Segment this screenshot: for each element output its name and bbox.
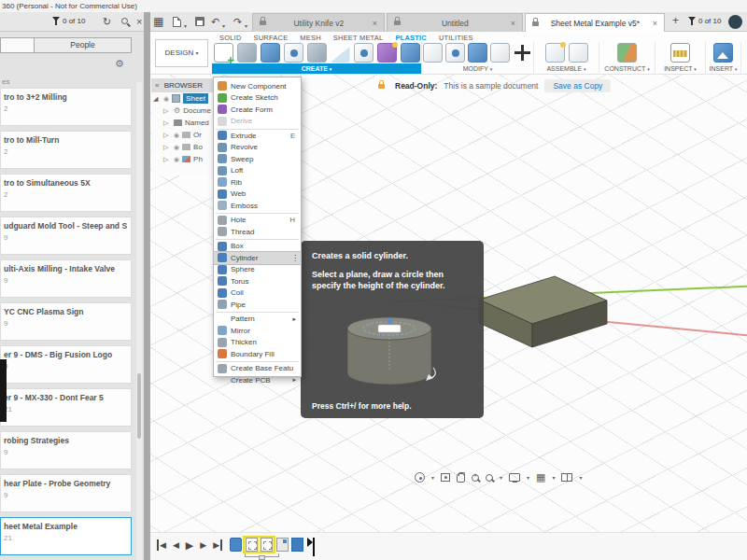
tree-collapsed-icon[interactable]: ▷ [163, 144, 171, 151]
shell-modify-icon[interactable] [445, 43, 465, 63]
menu-item[interactable]: Pipe ▸ ⋮ [214, 299, 301, 311]
tree-collapsed-icon[interactable]: ▷ [163, 132, 171, 139]
file-menu-icon[interactable] [173, 17, 181, 27]
menu-item[interactable]: Hole H ▸ ⋮ [214, 215, 301, 227]
data-tab-stub[interactable] [0, 37, 35, 53]
display-caret-icon[interactable]: ▾ [527, 474, 529, 481]
orbit-caret-icon[interactable]: ▾ [431, 474, 434, 481]
play-icon[interactable]: ▶ [186, 539, 193, 551]
document-tab-utility-knife[interactable]: Utility Knife v2 × [252, 13, 385, 32]
sketch-feature-icon[interactable] [246, 538, 258, 552]
form-icon[interactable] [261, 43, 280, 63]
project-card[interactable]: ulti-Axis Milling - Intake Valve 9 [0, 259, 132, 298]
plastic-part-icon[interactable] [377, 43, 397, 63]
menu-item[interactable]: Cylinder ▸ ⋮ [214, 252, 301, 264]
menu-item[interactable]: Box ▸ ⋮ [214, 241, 301, 253]
people-tab[interactable]: People [34, 37, 132, 53]
display-settings-icon[interactable] [509, 473, 520, 482]
design-workspace-button[interactable]: DESIGN ▾ [155, 39, 208, 67]
insert-image-icon[interactable] [713, 43, 733, 63]
assemble-menu-button[interactable]: ASSEMBLE ▾ [534, 63, 599, 74]
project-card[interactable]: tro to Simultaneous 5X 2 [0, 174, 132, 212]
menu-item[interactable]: Sweep ▸ ⋮ [214, 153, 301, 165]
step-forward-icon[interactable]: ▶ [200, 539, 206, 551]
flange-icon[interactable] [354, 43, 374, 63]
job-status-badge[interactable]: 0 of 10 [52, 17, 85, 25]
menu-item[interactable]: Extrude E ▸ ⋮ [214, 130, 301, 142]
eye-icon[interactable]: ◉ [174, 132, 179, 139]
eye-icon[interactable]: ◉ [174, 156, 179, 163]
redo-icon[interactable]: ↷ [233, 15, 242, 28]
redo-caret-icon[interactable]: ▾ [245, 20, 247, 33]
joint-icon[interactable] [569, 43, 588, 63]
user-avatar[interactable] [728, 15, 742, 29]
shell-icon[interactable] [401, 43, 420, 63]
menu-item[interactable]: Torus ▸ ⋮ [214, 275, 301, 287]
eye-icon[interactable]: ◉ [163, 95, 169, 103]
menu-item[interactable]: Mirror ▸ ⋮ [214, 325, 301, 337]
eye-icon[interactable]: ◉ [174, 144, 179, 151]
look-at-icon[interactable] [441, 473, 450, 482]
close-data-panel-icon[interactable]: × [136, 15, 142, 28]
viewports-caret-icon[interactable]: ▾ [579, 474, 582, 481]
save-icon[interactable] [195, 17, 204, 26]
tree-collapsed-icon[interactable]: ▷ [163, 119, 171, 127]
move-icon[interactable] [513, 43, 532, 63]
menu-item[interactable]: Coil ▸ ⋮ [214, 287, 301, 300]
insert-menu-button[interactable]: INSERT ▾ [706, 63, 740, 74]
tree-collapsed-icon[interactable]: ▷ [163, 156, 171, 163]
project-card[interactable]: er 9 - MX-330 - Dont Fear 5 21 [0, 388, 132, 427]
undo-icon[interactable]: ↶ [211, 15, 219, 28]
inspect-menu-button[interactable]: INSPECT ▾ [655, 63, 705, 74]
document-tab-untitled[interactable]: Untitled × [387, 13, 523, 32]
menu-item[interactable]: Web ▸ ⋮ [214, 189, 301, 201]
close-tab-icon[interactable]: × [373, 19, 377, 28]
menu-item[interactable]: Create Form ▸ ⋮ [214, 104, 301, 116]
tree-expanded-icon[interactable]: ◢ [153, 95, 161, 103]
project-card[interactable]: robing Strategies 9 [0, 431, 132, 469]
sheet-metal-part[interactable] [458, 261, 627, 355]
menu-item[interactable]: Pattern ▸ ⋮ [214, 314, 301, 326]
split-body-icon[interactable] [490, 43, 510, 63]
feature-group-handle[interactable] [259, 555, 265, 560]
create-menu-button[interactable]: CREATE ▾ [212, 63, 421, 74]
project-card[interactable]: hear Plate - Probe Geometry 9 [0, 474, 132, 512]
project-card[interactable]: tro to 3+2 Milling 2 [0, 88, 132, 126]
menu-item[interactable]: Loft ▸ ⋮ [214, 165, 301, 177]
project-card[interactable]: YC CNC Plasma Sign 9 [0, 302, 132, 341]
menu-item[interactable]: Create Base Feature ▸ ⋮ [214, 363, 301, 375]
sketch-feature-icon[interactable] [261, 538, 273, 552]
job-status-badge[interactable]: 0 of 10 [688, 17, 721, 25]
project-card[interactable]: udguard Mold Tool - Steep and Shall... 9 [0, 217, 132, 255]
new-tab-icon[interactable]: + [672, 14, 679, 27]
refresh-icon[interactable]: ↻ [103, 15, 111, 28]
menu-item[interactable]: Boundary Fill ▸ ⋮ [214, 348, 301, 360]
project-card[interactable]: tro to Mill-Turn 2 [0, 131, 132, 169]
menu-item[interactable]: New Component ▸ ⋮ [214, 80, 301, 92]
search-icon[interactable] [121, 18, 128, 24]
measure-icon[interactable] [670, 43, 690, 63]
construct-plane-icon[interactable] [617, 43, 637, 63]
form-feature-icon[interactable] [230, 538, 242, 552]
construct-menu-button[interactable]: CONSTRUCT ▾ [599, 63, 655, 74]
menu-item[interactable]: Sphere ▸ ⋮ [214, 264, 301, 276]
app-grid-icon[interactable]: ▦ [153, 15, 163, 28]
root-document-label[interactable]: Sheet [183, 93, 208, 104]
new-component-icon[interactable] [545, 43, 565, 63]
collapse-icon[interactable]: « [155, 81, 158, 90]
menu-item[interactable]: Rib ▸ ⋮ [214, 176, 301, 189]
modify-menu-button[interactable]: MODIFY ▾ [422, 63, 533, 74]
file-menu-caret-icon[interactable]: ▾ [184, 20, 187, 33]
menu-item[interactable]: Emboss ▸ ⋮ [214, 200, 301, 212]
viewports-icon[interactable] [561, 473, 572, 482]
step-back-icon[interactable]: ◀ [173, 539, 179, 551]
save-as-copy-button[interactable]: Save as Copy [544, 79, 611, 92]
go-to-start-icon[interactable]: ◀ [157, 539, 166, 551]
project-card[interactable]: heet Metal Example 21 [0, 517, 132, 555]
close-tab-icon[interactable]: × [653, 19, 657, 28]
pan-icon[interactable] [457, 473, 465, 483]
menu-item[interactable]: Thicken ▸ ⋮ [214, 337, 301, 349]
project-card[interactable]: er 9 - DMS - Big Fusion Logo 9 [0, 345, 132, 384]
create-sketch-icon[interactable] [214, 43, 233, 63]
box-primitive-icon[interactable] [237, 43, 257, 63]
